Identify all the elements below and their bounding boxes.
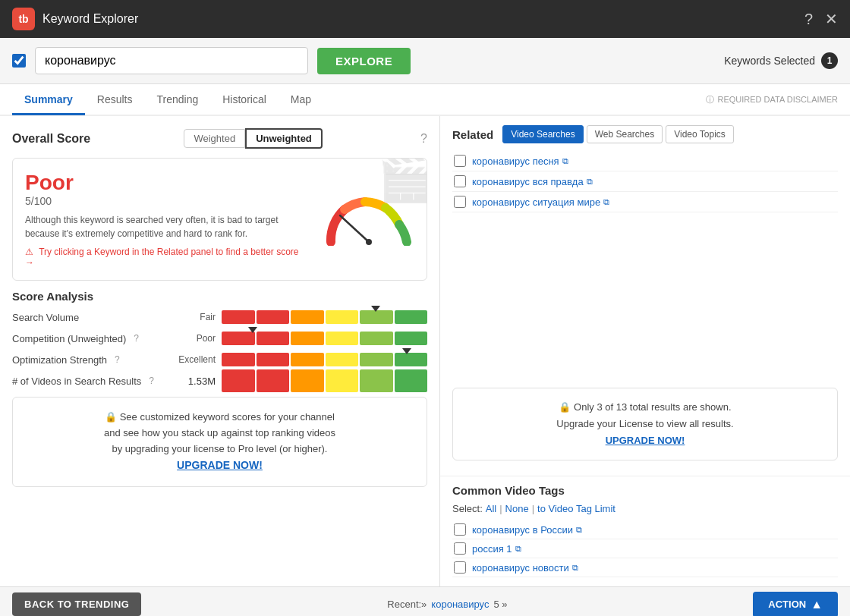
tag-link-1[interactable]: россия 1 ⧉ xyxy=(472,543,521,555)
search-checkbox[interactable] xyxy=(12,54,26,68)
weight-toggle: Weighted Unweighted xyxy=(184,128,322,149)
action-button[interactable]: ACTION ▲ xyxy=(753,592,838,617)
recent-keyword-link[interactable]: коронавирус xyxy=(431,599,489,610)
related-tab-video-searches[interactable]: Video Searches xyxy=(502,125,584,143)
analysis-row-optimization: Optimization Strength ? Excellent xyxy=(12,353,427,366)
analysis-level-search-volume: Fair xyxy=(170,312,216,322)
related-list: коронавирус песня ⧉ коронавирус вся прав… xyxy=(452,151,838,382)
bar-seg xyxy=(257,310,290,324)
search-input[interactable] xyxy=(35,47,308,74)
related-link-1[interactable]: коронавирус вся правда ⧉ xyxy=(472,176,593,187)
bar-seg xyxy=(326,353,359,366)
tags-list: коронавирус в России ⧉ россия 1 ⧉ xyxy=(452,520,838,577)
tag-checkbox-2[interactable] xyxy=(454,561,466,574)
score-description: Although this keyword is searched very o… xyxy=(25,213,308,240)
bar-seg xyxy=(257,332,290,345)
upgrade-text2: and see how you stack up against top ran… xyxy=(104,427,335,438)
related-section: Related Video Searches Web Searches Vide… xyxy=(440,116,850,476)
related-tabs: Video Searches Web Searches Video Topics xyxy=(502,125,734,143)
score-tip[interactable]: ⚠ Try clicking a Keyword in the Related … xyxy=(25,247,308,268)
analysis-label-competition: Competition (Unweighted) ? xyxy=(12,333,164,344)
disclaimer: ⓘ REQUIRED DATA DISCLAIMER xyxy=(706,94,838,105)
action-arrow-icon: ▲ xyxy=(811,598,823,611)
disclaimer-info-icon: ⓘ xyxy=(706,94,714,105)
competition-help-icon[interactable]: ? xyxy=(134,333,139,344)
upgrade-now-link[interactable]: UPGRADE NOW! xyxy=(177,459,263,471)
related-item: коронавирус ситуация мире ⧉ xyxy=(452,192,838,212)
related-item: коронавирус песня ⧉ xyxy=(452,151,838,171)
score-label: Poor xyxy=(25,171,308,195)
optimization-help-icon[interactable]: ? xyxy=(115,354,120,365)
score-text-block: Poor 5/100 Although this keyword is sear… xyxy=(25,171,308,268)
right-panel-inner: Related Video Searches Web Searches Vide… xyxy=(440,116,850,586)
titlebar-right: ? ✕ xyxy=(804,10,838,28)
bar-seg xyxy=(360,353,393,366)
titlebar: tb Keyword Explorer ? ✕ xyxy=(0,0,850,38)
tag-item: россия 1 ⧉ xyxy=(452,539,838,558)
videos-help-icon[interactable]: ? xyxy=(149,376,154,386)
tag-link-2[interactable]: коронавирус новости ⧉ xyxy=(472,562,578,574)
bar-arrow xyxy=(371,306,380,312)
tag-link-0[interactable]: коронавирус в России ⧉ xyxy=(472,524,582,536)
related-tab-web-searches[interactable]: Web Searches xyxy=(587,125,663,143)
overall-score-header: Overall Score Weighted Unweighted ? xyxy=(12,128,427,149)
bar-seg xyxy=(222,353,255,366)
keywords-selected-label: Keywords Selected xyxy=(724,55,815,67)
analysis-level-optimization: Excellent xyxy=(170,354,216,365)
bar-seg xyxy=(257,369,290,392)
related-header: Related Video Searches Web Searches Vide… xyxy=(452,125,838,143)
help-icon[interactable]: ? xyxy=(804,11,813,28)
bottom-bar: BACK TO TRENDING Recent:» коронавирус 5 … xyxy=(0,586,850,616)
tags-title: Common Video Tags xyxy=(452,484,565,497)
bar-seg xyxy=(395,369,428,392)
bar-seg xyxy=(395,353,428,366)
recent-label: Recent:» xyxy=(387,599,427,610)
keywords-count-badge: 1 xyxy=(821,52,838,69)
analysis-label-videos: # of Videos in Search Results ? xyxy=(12,376,164,387)
bar-seg xyxy=(291,353,324,366)
common-video-tags: Common Video Tags Select: All | None | t… xyxy=(440,476,850,586)
svg-point-1 xyxy=(366,239,372,245)
analysis-level-competition: Poor xyxy=(170,333,216,344)
tab-trending[interactable]: Trending xyxy=(145,86,211,115)
external-icon: ⧉ xyxy=(562,156,568,166)
tags-select-all[interactable]: All xyxy=(486,503,496,514)
related-upgrade-link[interactable]: UPGRADE NOW! xyxy=(606,435,685,446)
weighted-button[interactable]: Weighted xyxy=(184,129,245,148)
bar-seg xyxy=(326,310,359,324)
recent-bar: Recent:» коронавирус 5 » xyxy=(387,599,507,610)
analysis-row-search-volume: Search Volume Fair xyxy=(12,310,427,324)
svg-line-0 xyxy=(340,215,369,242)
bar-arrow xyxy=(248,327,257,333)
bar-seg xyxy=(222,310,255,324)
tag-checkbox-1[interactable] xyxy=(454,542,466,555)
overall-score-title: Overall Score xyxy=(12,132,90,146)
bar-seg xyxy=(395,310,428,324)
back-to-trending-button[interactable]: BACK TO TRENDING xyxy=(12,592,141,616)
related-link-2[interactable]: коронавирус ситуация мире ⧉ xyxy=(472,196,609,208)
bar-seg xyxy=(326,332,359,345)
overall-score-help-icon[interactable]: ? xyxy=(420,132,427,146)
external-icon: ⧉ xyxy=(587,177,593,187)
tab-historical[interactable]: Historical xyxy=(210,86,279,115)
score-analysis-title: Score Analysis xyxy=(12,290,427,303)
bar-seg xyxy=(360,332,393,345)
related-checkbox-2[interactable] xyxy=(454,196,466,208)
tags-select-none[interactable]: None xyxy=(505,503,529,514)
unweighted-button[interactable]: Unweighted xyxy=(245,128,323,149)
related-checkbox-0[interactable] xyxy=(454,155,466,167)
related-checkbox-1[interactable] xyxy=(454,175,466,187)
tags-to-limit[interactable]: to Video Tag Limit xyxy=(537,503,615,514)
analysis-value-videos: 1.53M xyxy=(170,376,216,387)
left-panel: Overall Score Weighted Unweighted ? 🎬 Po… xyxy=(0,116,440,586)
score-card: 🎬 Poor 5/100 Although this keyword is se… xyxy=(12,158,427,281)
tab-map[interactable]: Map xyxy=(279,86,323,115)
tag-checkbox-0[interactable] xyxy=(454,523,466,536)
explore-button[interactable]: EXPLORE xyxy=(317,48,411,74)
related-tab-video-topics[interactable]: Video Topics xyxy=(666,125,734,143)
analysis-row-competition: Competition (Unweighted) ? Poor xyxy=(12,332,427,345)
related-link-0[interactable]: коронавирус песня ⧉ xyxy=(472,156,568,167)
tab-summary[interactable]: Summary xyxy=(12,86,85,115)
tab-results[interactable]: Results xyxy=(85,86,145,115)
close-icon[interactable]: ✕ xyxy=(825,10,838,28)
